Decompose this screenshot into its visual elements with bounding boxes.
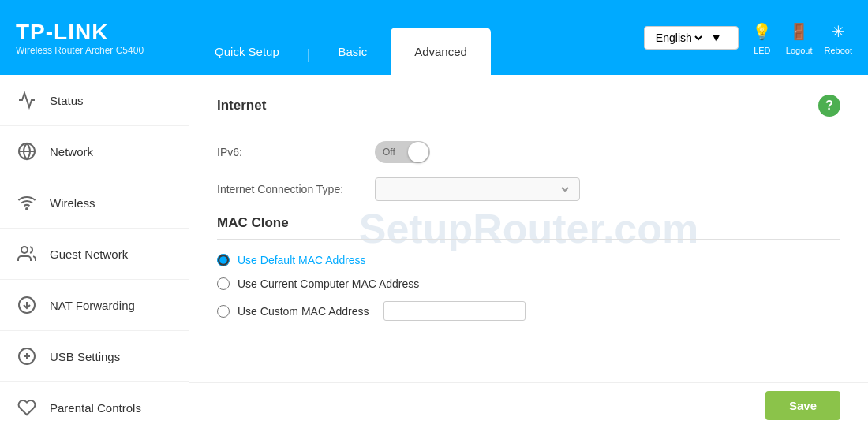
nat-forwarding-icon [16,294,38,316]
save-button[interactable]: Save [765,391,840,420]
svg-point-3 [21,247,28,253]
header-right: English ▼ 💡 LED 🚪 Logout ✳ Reboot [644,20,852,55]
connection-type-dropdown[interactable]: Dynamic IP Static IP PPPoE L2TP PPTP [375,177,580,201]
logo-area: TP-LINK Wireless Router Archer C5400 [16,20,144,56]
connection-type-select[interactable]: Dynamic IP Static IP PPPoE L2TP PPTP [383,182,571,196]
tab-advanced[interactable]: Advanced [391,28,491,75]
connection-type-label: Internet Connection Type: [217,183,375,195]
toggle-off-label: Off [383,147,406,158]
logout-label: Logout [786,46,813,55]
mac-clone-title: MAC Clone [217,215,840,240]
ipv6-toggle[interactable]: Off [375,141,430,163]
parental-icon [16,396,38,419]
tab-basic[interactable]: Basic [314,28,391,75]
mac-default-row: Use Default MAC Address [217,254,840,266]
reboot-icon: ✳ [826,20,850,43]
mac-custom-row: Use Custom MAC Address [217,301,840,321]
content-area: SetupRouter.com Internet ? IPv6: Off Int… [189,75,868,382]
sidebar-item-parental-controls[interactable]: Parental Controls [0,382,189,428]
sidebar-guest-network-label: Guest Network [50,247,128,261]
internet-section-header: Internet ? [217,95,840,125]
chevron-down-icon: ▼ [711,32,722,44]
sidebar-item-nat-forwarding[interactable]: NAT Forwarding [0,280,189,331]
logout-button[interactable]: 🚪 Logout [786,20,813,55]
content-wrapper: SetupRouter.com Internet ? IPv6: Off Int… [189,75,868,428]
mac-custom-radio[interactable] [217,305,230,318]
sidebar-status-label: Status [50,94,84,107]
network-icon [16,140,38,162]
ipv6-row: IPv6: Off [217,141,840,163]
sidebar-item-status[interactable]: Status [0,75,189,126]
led-button[interactable]: 💡 LED [750,20,774,55]
reboot-button[interactable]: ✳ Reboot [825,20,852,55]
mac-default-label: Use Default MAC Address [238,254,366,266]
ipv6-label: IPv6: [217,146,375,158]
usb-icon [16,345,38,367]
connection-type-row: Internet Connection Type: Dynamic IP Sta… [217,177,840,201]
sidebar: Status Network Wireless [0,75,189,428]
mac-current-row: Use Current Computer MAC Address [217,277,840,290]
header: TP-LINK Wireless Router Archer C5400 Qui… [0,0,868,75]
toggle-knob [408,142,428,162]
sidebar-usb-label: USB Settings [50,350,120,363]
mac-custom-input[interactable] [383,301,526,321]
status-icon [16,89,38,111]
brand-subtitle: Wireless Router Archer C5400 [16,45,144,56]
logout-icon: 🚪 [788,20,811,43]
mac-default-radio[interactable] [217,254,230,266]
nav-divider: | [307,47,311,75]
tab-quick-setup[interactable]: Quick Setup [191,28,303,75]
mac-custom-label: Use Custom MAC Address [238,305,369,318]
mac-current-radio[interactable] [217,277,230,290]
nav-tabs: Quick Setup | Basic Advanced [191,0,644,75]
help-button[interactable]: ? [818,95,840,117]
led-icon: 💡 [750,20,774,43]
mac-current-label: Use Current Computer MAC Address [238,277,419,290]
sidebar-nat-label: NAT Forwarding [50,299,135,312]
main-layout: Status Network Wireless [0,75,868,428]
internet-title: Internet [217,98,266,114]
sidebar-item-network[interactable]: Network [0,126,189,177]
led-label: LED [754,46,770,55]
guest-network-icon [16,243,38,265]
save-bar: Save [189,382,868,428]
sidebar-wireless-label: Wireless [50,196,95,210]
wireless-icon [16,192,38,214]
sidebar-item-usb-settings[interactable]: USB Settings [0,331,189,382]
language-selector[interactable]: English ▼ [644,26,739,50]
language-dropdown[interactable]: English [653,31,705,45]
brand-name: TP-LINK [16,20,144,45]
sidebar-network-label: Network [50,145,93,158]
sidebar-parental-label: Parental Controls [50,401,141,415]
sidebar-item-wireless[interactable]: Wireless [0,177,189,229]
sidebar-item-guest-network[interactable]: Guest Network [0,229,189,280]
svg-point-2 [26,208,28,210]
reboot-label: Reboot [825,46,852,55]
